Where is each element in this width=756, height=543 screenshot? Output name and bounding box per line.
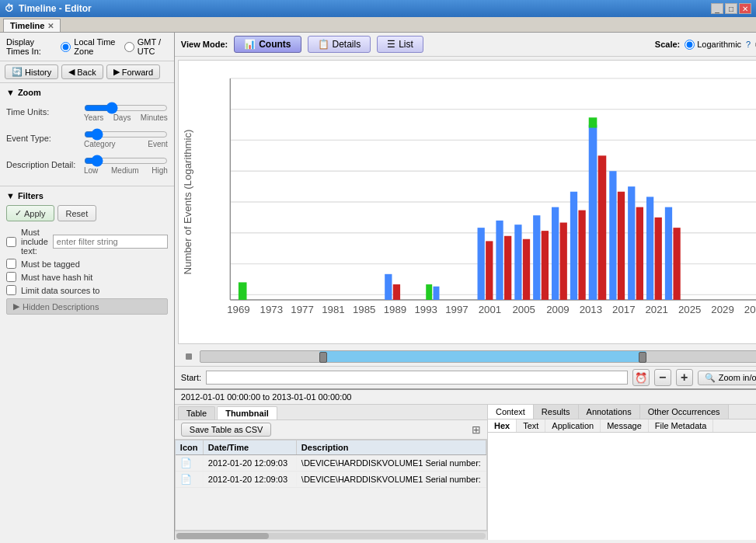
must-include-text-input[interactable] [53,235,168,249]
results-info-bar: 2012-01-01 00:00:00 to 2013-01-01 00:00:… [175,390,756,405]
table-row[interactable]: 📄 2012-01-20 12:09:03 \DEVICE\HARDDISKVO… [176,472,486,488]
sub-tab-thumbnail[interactable]: Thumbnail [217,406,277,419]
hex-tab-hex[interactable]: Hex [488,419,517,432]
apply-button[interactable]: ✓ Apply [6,205,54,221]
tab-timeline[interactable]: Timeline ✕ [3,19,61,32]
limit-data-sources-checkbox[interactable] [6,285,16,295]
close-button[interactable]: ✕ [739,3,751,14]
must-include-text-row: Must include text: [6,228,168,256]
hex-tab-file-metadata[interactable]: File Metadata [649,419,714,432]
view-mode-label: View Mode: [181,40,228,49]
clock-button[interactable]: ⏰ [632,369,650,386]
gmt-radio-label[interactable]: GMT / UTC [124,37,168,56]
info-panel: Context Results Annotations Other Occurr… [487,405,756,540]
display-times-label: Display Times In: [6,37,56,56]
local-time-radio-label[interactable]: Local Time Zone [61,37,120,56]
start-label: Start: [181,373,201,382]
right-panel: View Mode: 📊 Counts 📋 Details ☰ List Sca… [175,33,756,540]
zoom-in-button[interactable]: + [676,369,693,386]
hidden-descriptions-row[interactable]: ▶ Hidden Descriptions [6,298,168,315]
event-type-row: Event Type: Category Event [6,128,168,148]
bar-2007-red [542,231,549,300]
filters-label: Filters [18,191,44,200]
time-units-label: Time Units: [6,107,84,117]
svg-text:1997: 1997 [445,304,468,315]
zoom-label: Zoom [18,88,41,97]
bar-2009-blue [552,207,559,300]
history-button[interactable]: 🔄 History [5,64,58,79]
view-details-button[interactable]: 📋 Details [308,36,371,53]
maximize-button[interactable]: □ [725,3,737,14]
must-have-hash-hit-checkbox[interactable] [6,272,16,282]
logarithmic-radio[interactable] [685,40,695,50]
start-input[interactable] [206,371,628,385]
table-row[interactable]: 📄 2012-01-20 12:09:03 \DEVICE\HARDDISKVO… [176,455,486,472]
bar-2012-green [589,117,597,127]
zoom-collapse-icon: ▼ [6,88,15,97]
zoom-dropdown[interactable]: 🔍 Zoom in/out to ▼ [698,371,756,385]
desc-detail-row: Description Detail: Low Medium High [6,155,168,175]
logarithmic-radio-label[interactable]: Logarithmic [685,40,741,50]
logarithmic-help-icon[interactable]: ? [746,40,751,49]
timeline-left-handle[interactable] [319,352,327,363]
hex-tab-message[interactable]: Message [601,419,649,432]
clock-icon: ⏰ [635,372,647,384]
results-range: 2012-01-01 00:00:00 to 2013-01-01 00:00:… [181,392,352,402]
hidden-desc-label: Hidden Descriptions [23,302,99,312]
svg-text:2033: 2033 [744,304,756,315]
zoom-out-button[interactable]: − [654,369,671,386]
bar-2011-blue [570,192,577,300]
bar-2015-red [654,218,661,300]
save-csv-button[interactable]: Save Table as CSV [181,423,272,437]
must-include-text-checkbox[interactable] [6,237,16,247]
bar-2013-red [618,192,625,300]
view-counts-button[interactable]: 📊 Counts [234,36,301,53]
desc-detail-min: Low [84,166,98,175]
display-times-row: Display Times In: Local Time Zone GMT / … [0,33,174,61]
tab-close-icon[interactable]: ✕ [47,22,54,30]
bar-2005-red [523,239,530,300]
info-tab-annotations[interactable]: Annotations [579,405,640,419]
time-units-slider[interactable] [84,102,168,114]
minimize-button[interactable]: _ [711,3,723,14]
left-panel: Display Times In: Local Time Zone GMT / … [0,33,175,540]
back-button[interactable]: ◀ Back [61,64,103,79]
timeline-right-handle[interactable] [639,352,646,363]
sub-tab-table[interactable]: Table [178,406,215,419]
view-list-button[interactable]: ☰ List [377,36,423,53]
hex-tab-application[interactable]: Application [545,419,601,432]
hex-tab-text[interactable]: Text [517,419,545,432]
bar-1993-blue [385,274,392,300]
svg-text:2009: 2009 [546,304,569,315]
info-tab-context[interactable]: Context [488,405,534,419]
must-be-tagged-checkbox[interactable] [6,259,16,269]
row-description: \DEVICE\HARDDISKVOLUME1 Serial number: [297,456,486,470]
timeline-track[interactable] [200,350,756,363]
col-header-datetime: Date/Time [204,440,297,454]
scale-label: Scale: [655,40,680,49]
event-type-max: Event [148,140,168,148]
bar-2009-red [559,223,566,300]
gmt-radio[interactable] [124,42,134,52]
info-tab-other-occurrences[interactable]: Other Occurrences [640,405,729,419]
forward-button[interactable]: ▶ Forward [106,64,160,79]
local-time-label: Local Time Zone [74,37,120,56]
reset-button[interactable]: Reset [57,205,97,221]
bar-2014-blue [628,186,635,300]
bar-2005-blue [514,225,521,300]
timeline-slider [175,347,756,366]
title-bar: ⏱ Timeline - Editor _ □ ✕ [0,0,756,17]
event-type-slider[interactable] [84,128,168,141]
history-nav: 🔄 History ◀ Back ▶ Forward [0,61,174,83]
h-scrollbar[interactable] [175,531,487,540]
view-mode-bar: View Mode: 📊 Counts 📋 Details ☰ List Sca… [175,33,756,57]
info-tab-results[interactable]: Results [534,405,579,419]
tl-left-handle[interactable] [186,353,192,360]
bar-1997-blue [433,287,439,300]
local-time-radio[interactable] [61,42,71,52]
desc-detail-slider[interactable] [84,155,168,167]
tab-label: Timeline [10,21,44,30]
svg-text:2005: 2005 [512,304,535,315]
window-title: Timeline - Editor [19,3,92,14]
time-units-max: Minutes [141,113,168,122]
